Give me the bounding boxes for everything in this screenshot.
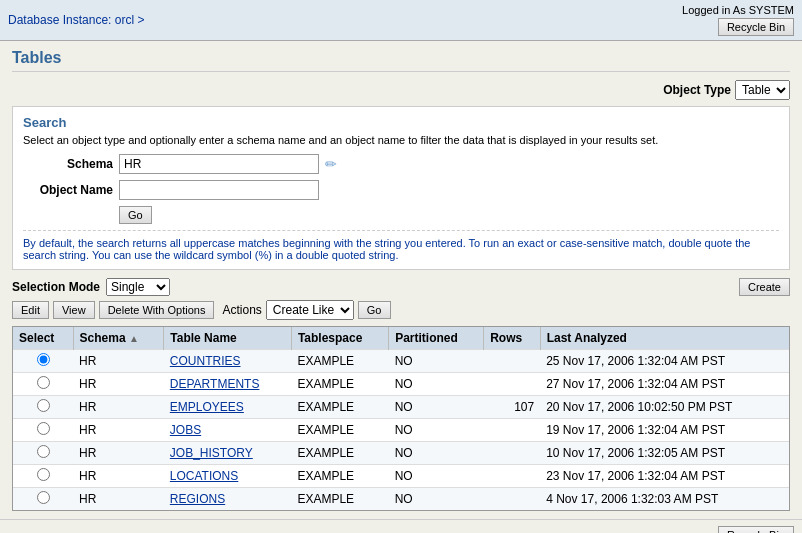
table-name-link[interactable]: COUNTRIES bbox=[170, 354, 241, 368]
partitioned-cell: NO bbox=[389, 396, 484, 419]
view-button[interactable]: View bbox=[53, 301, 95, 319]
rows-cell bbox=[484, 442, 541, 465]
go-btn-row: Go bbox=[119, 206, 779, 224]
col-header-partitioned[interactable]: Partitioned bbox=[389, 327, 484, 350]
object-type-label: Object Type bbox=[663, 83, 731, 97]
partitioned-cell: NO bbox=[389, 350, 484, 373]
actions-bar: Edit View Delete With Options Actions Cr… bbox=[12, 300, 790, 320]
tablespace-cell: EXAMPLE bbox=[291, 488, 388, 511]
select-cell[interactable] bbox=[13, 442, 73, 465]
partitioned-cell: NO bbox=[389, 488, 484, 511]
col-header-tablespace[interactable]: Tablespace bbox=[291, 327, 388, 350]
row-radio-2[interactable] bbox=[37, 399, 50, 412]
table-name-link[interactable]: JOBS bbox=[170, 423, 201, 437]
search-section: Search Select an object type and optiona… bbox=[12, 106, 790, 270]
top-right-area: Logged in As SYSTEM Recycle Bin bbox=[682, 4, 794, 36]
search-hint: By default, the search returns all upper… bbox=[23, 230, 779, 261]
tablespace-cell: EXAMPLE bbox=[291, 419, 388, 442]
table-name-cell[interactable]: EMPLOYEES bbox=[164, 396, 292, 419]
page-title: Tables bbox=[12, 49, 790, 72]
edit-button[interactable]: Edit bbox=[12, 301, 49, 319]
selection-mode-label: Selection Mode bbox=[12, 280, 100, 294]
last-analyzed-cell: 19 Nov 17, 2006 1:32:04 AM PST bbox=[540, 419, 789, 442]
last-analyzed-cell: 23 Nov 17, 2006 1:32:04 AM PST bbox=[540, 465, 789, 488]
top-bar: Database Instance: orcl > Logged in As S… bbox=[0, 0, 802, 41]
row-radio-4[interactable] bbox=[37, 445, 50, 458]
table-name-link[interactable]: REGIONS bbox=[170, 492, 225, 506]
col-header-rows[interactable]: Rows bbox=[484, 327, 541, 350]
last-analyzed-cell: 20 Nov 17, 2006 10:02:50 PM PST bbox=[540, 396, 789, 419]
table-name-link[interactable]: LOCATIONS bbox=[170, 469, 238, 483]
table-name-cell[interactable]: REGIONS bbox=[164, 488, 292, 511]
object-type-select[interactable]: Table bbox=[735, 80, 790, 100]
table-name-cell[interactable]: LOCATIONS bbox=[164, 465, 292, 488]
delete-with-options-button[interactable]: Delete With Options bbox=[99, 301, 215, 319]
object-name-row: Object Name bbox=[23, 180, 779, 200]
col-header-table-name[interactable]: Table Name bbox=[164, 327, 292, 350]
table-row: HRREGIONSEXAMPLENO4 Nov 17, 2006 1:32:03… bbox=[13, 488, 789, 511]
col-header-schema[interactable]: Schema ▲ bbox=[73, 327, 164, 350]
table-header: Select Schema ▲ Table Name Tablespace Pa… bbox=[13, 327, 789, 350]
table-row: HRJOBSEXAMPLENO19 Nov 17, 2006 1:32:04 A… bbox=[13, 419, 789, 442]
row-radio-6[interactable] bbox=[37, 491, 50, 504]
row-radio-1[interactable] bbox=[37, 376, 50, 389]
table-name-cell[interactable]: DEPARTMENTS bbox=[164, 373, 292, 396]
row-radio-3[interactable] bbox=[37, 422, 50, 435]
toolbar-row: Selection Mode Single Multiple Create bbox=[12, 278, 790, 296]
table-body: HRCOUNTRIESEXAMPLENO25 Nov 17, 2006 1:32… bbox=[13, 350, 789, 511]
schema-cell: HR bbox=[73, 373, 164, 396]
schema-cell: HR bbox=[73, 465, 164, 488]
tablespace-cell: EXAMPLE bbox=[291, 350, 388, 373]
rows-cell bbox=[484, 350, 541, 373]
recycle-bin-bottom-button[interactable]: Recycle Bin bbox=[718, 526, 794, 533]
rows-cell bbox=[484, 373, 541, 396]
table-row: HRDEPARTMENTSEXAMPLENO27 Nov 17, 2006 1:… bbox=[13, 373, 789, 396]
table-name-link[interactable]: EMPLOYEES bbox=[170, 400, 244, 414]
select-cell[interactable] bbox=[13, 350, 73, 373]
create-button[interactable]: Create bbox=[739, 278, 790, 296]
create-btn-row: Create bbox=[739, 278, 790, 296]
schema-cell: HR bbox=[73, 442, 164, 465]
actions-label: Actions bbox=[222, 303, 261, 317]
object-name-input[interactable] bbox=[119, 180, 319, 200]
schema-row: Schema ✏ bbox=[23, 154, 779, 174]
table-row: HREMPLOYEESEXAMPLENO10720 Nov 17, 2006 1… bbox=[13, 396, 789, 419]
last-analyzed-cell: 10 Nov 17, 2006 1:32:05 AM PST bbox=[540, 442, 789, 465]
table-name-cell[interactable]: JOB_HISTORY bbox=[164, 442, 292, 465]
select-cell[interactable] bbox=[13, 465, 73, 488]
schema-input[interactable] bbox=[119, 154, 319, 174]
main-content: Tables Object Type Table Search Select a… bbox=[0, 41, 802, 519]
tablespace-cell: EXAMPLE bbox=[291, 465, 388, 488]
last-analyzed-cell: 4 Nov 17, 2006 1:32:03 AM PST bbox=[540, 488, 789, 511]
tablespace-cell: EXAMPLE bbox=[291, 396, 388, 419]
partitioned-cell: NO bbox=[389, 373, 484, 396]
select-cell[interactable] bbox=[13, 373, 73, 396]
row-radio-5[interactable] bbox=[37, 468, 50, 481]
rows-cell: 107 bbox=[484, 396, 541, 419]
table-name-cell[interactable]: COUNTRIES bbox=[164, 350, 292, 373]
table-name-cell[interactable]: JOBS bbox=[164, 419, 292, 442]
select-cell[interactable] bbox=[13, 396, 73, 419]
table-name-link[interactable]: JOB_HISTORY bbox=[170, 446, 253, 460]
col-header-last-analyzed[interactable]: Last Analyzed bbox=[540, 327, 789, 350]
tables-table-container: Select Schema ▲ Table Name Tablespace Pa… bbox=[12, 326, 790, 511]
search-go-button[interactable]: Go bbox=[119, 206, 152, 224]
schema-cell: HR bbox=[73, 419, 164, 442]
table-name-link[interactable]: DEPARTMENTS bbox=[170, 377, 260, 391]
recycle-bin-top-button[interactable]: Recycle Bin bbox=[718, 18, 794, 36]
table-row: HRJOB_HISTORYEXAMPLENO10 Nov 17, 2006 1:… bbox=[13, 442, 789, 465]
actions-go-button[interactable]: Go bbox=[358, 301, 391, 319]
tables-table: Select Schema ▲ Table Name Tablespace Pa… bbox=[13, 327, 789, 510]
search-description: Select an object type and optionally ent… bbox=[23, 134, 779, 146]
selection-mode-select[interactable]: Single Multiple bbox=[106, 278, 170, 296]
actions-select[interactable]: Create Like Edit View Delete bbox=[266, 300, 354, 320]
select-cell[interactable] bbox=[13, 419, 73, 442]
schema-cell: HR bbox=[73, 396, 164, 419]
search-title: Search bbox=[23, 115, 779, 130]
partitioned-cell: NO bbox=[389, 442, 484, 465]
pencil-icon[interactable]: ✏ bbox=[325, 156, 337, 172]
select-cell[interactable] bbox=[13, 488, 73, 511]
object-name-label: Object Name bbox=[23, 183, 113, 197]
tablespace-cell: EXAMPLE bbox=[291, 442, 388, 465]
row-radio-0[interactable] bbox=[37, 353, 50, 366]
